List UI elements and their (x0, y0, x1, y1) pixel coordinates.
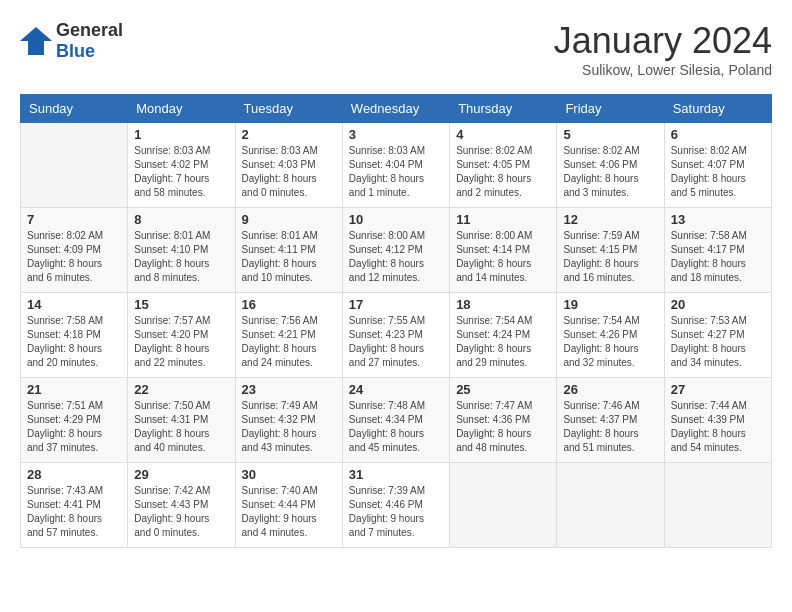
daylight-text: Daylight: 9 hours and 7 minutes. (349, 512, 443, 540)
day-number: 20 (671, 297, 765, 312)
sunrise-text: Sunrise: 8:02 AM (563, 144, 657, 158)
sunset-text: Sunset: 4:02 PM (134, 158, 228, 172)
sunset-text: Sunset: 4:23 PM (349, 328, 443, 342)
weekday-header-friday: Friday (557, 95, 664, 123)
daylight-text: Daylight: 8 hours and 57 minutes. (27, 512, 121, 540)
sunrise-text: Sunrise: 8:01 AM (242, 229, 336, 243)
day-info: Sunrise: 7:50 AMSunset: 4:31 PMDaylight:… (134, 399, 228, 455)
day-number: 18 (456, 297, 550, 312)
day-number: 7 (27, 212, 121, 227)
sunset-text: Sunset: 4:06 PM (563, 158, 657, 172)
sunset-text: Sunset: 4:41 PM (27, 498, 121, 512)
daylight-text: Daylight: 8 hours and 6 minutes. (27, 257, 121, 285)
day-info: Sunrise: 8:02 AMSunset: 4:09 PMDaylight:… (27, 229, 121, 285)
day-info: Sunrise: 7:51 AMSunset: 4:29 PMDaylight:… (27, 399, 121, 455)
day-info: Sunrise: 7:48 AMSunset: 4:34 PMDaylight:… (349, 399, 443, 455)
daylight-text: Daylight: 8 hours and 14 minutes. (456, 257, 550, 285)
daylight-text: Daylight: 7 hours and 58 minutes. (134, 172, 228, 200)
sunrise-text: Sunrise: 8:02 AM (671, 144, 765, 158)
calendar-cell: 8Sunrise: 8:01 AMSunset: 4:10 PMDaylight… (128, 208, 235, 293)
sunrise-text: Sunrise: 8:00 AM (349, 229, 443, 243)
calendar-cell: 25Sunrise: 7:47 AMSunset: 4:36 PMDayligh… (450, 378, 557, 463)
sunset-text: Sunset: 4:37 PM (563, 413, 657, 427)
calendar-cell: 15Sunrise: 7:57 AMSunset: 4:20 PMDayligh… (128, 293, 235, 378)
logo-icon (20, 27, 52, 55)
day-info: Sunrise: 7:59 AMSunset: 4:15 PMDaylight:… (563, 229, 657, 285)
daylight-text: Daylight: 9 hours and 4 minutes. (242, 512, 336, 540)
location-subtitle: Sulikow, Lower Silesia, Poland (554, 62, 772, 78)
calendar-week-row: 14Sunrise: 7:58 AMSunset: 4:18 PMDayligh… (21, 293, 772, 378)
sunset-text: Sunset: 4:10 PM (134, 243, 228, 257)
day-number: 17 (349, 297, 443, 312)
sunrise-text: Sunrise: 8:03 AM (242, 144, 336, 158)
day-number: 1 (134, 127, 228, 142)
weekday-header-saturday: Saturday (664, 95, 771, 123)
calendar-week-row: 28Sunrise: 7:43 AMSunset: 4:41 PMDayligh… (21, 463, 772, 548)
sunset-text: Sunset: 4:46 PM (349, 498, 443, 512)
day-number: 30 (242, 467, 336, 482)
day-number: 8 (134, 212, 228, 227)
day-info: Sunrise: 8:01 AMSunset: 4:10 PMDaylight:… (134, 229, 228, 285)
calendar-cell: 24Sunrise: 7:48 AMSunset: 4:34 PMDayligh… (342, 378, 449, 463)
day-info: Sunrise: 7:44 AMSunset: 4:39 PMDaylight:… (671, 399, 765, 455)
sunrise-text: Sunrise: 7:47 AM (456, 399, 550, 413)
calendar-cell: 12Sunrise: 7:59 AMSunset: 4:15 PMDayligh… (557, 208, 664, 293)
day-number: 14 (27, 297, 121, 312)
daylight-text: Daylight: 9 hours and 0 minutes. (134, 512, 228, 540)
calendar-cell: 9Sunrise: 8:01 AMSunset: 4:11 PMDaylight… (235, 208, 342, 293)
calendar-cell: 7Sunrise: 8:02 AMSunset: 4:09 PMDaylight… (21, 208, 128, 293)
daylight-text: Daylight: 8 hours and 2 minutes. (456, 172, 550, 200)
day-number: 9 (242, 212, 336, 227)
sunrise-text: Sunrise: 8:02 AM (27, 229, 121, 243)
sunset-text: Sunset: 4:24 PM (456, 328, 550, 342)
sunrise-text: Sunrise: 7:58 AM (671, 229, 765, 243)
calendar-cell: 17Sunrise: 7:55 AMSunset: 4:23 PMDayligh… (342, 293, 449, 378)
calendar-cell (21, 123, 128, 208)
calendar-cell: 22Sunrise: 7:50 AMSunset: 4:31 PMDayligh… (128, 378, 235, 463)
daylight-text: Daylight: 8 hours and 18 minutes. (671, 257, 765, 285)
day-info: Sunrise: 8:00 AMSunset: 4:12 PMDaylight:… (349, 229, 443, 285)
sunset-text: Sunset: 4:32 PM (242, 413, 336, 427)
calendar-cell: 26Sunrise: 7:46 AMSunset: 4:37 PMDayligh… (557, 378, 664, 463)
day-info: Sunrise: 7:58 AMSunset: 4:17 PMDaylight:… (671, 229, 765, 285)
calendar-cell: 4Sunrise: 8:02 AMSunset: 4:05 PMDaylight… (450, 123, 557, 208)
sunrise-text: Sunrise: 8:03 AM (349, 144, 443, 158)
sunset-text: Sunset: 4:09 PM (27, 243, 121, 257)
calendar-cell: 2Sunrise: 8:03 AMSunset: 4:03 PMDaylight… (235, 123, 342, 208)
day-number: 13 (671, 212, 765, 227)
daylight-text: Daylight: 8 hours and 43 minutes. (242, 427, 336, 455)
calendar-cell: 21Sunrise: 7:51 AMSunset: 4:29 PMDayligh… (21, 378, 128, 463)
sunrise-text: Sunrise: 7:44 AM (671, 399, 765, 413)
day-number: 24 (349, 382, 443, 397)
sunrise-text: Sunrise: 7:48 AM (349, 399, 443, 413)
sunrise-text: Sunrise: 7:49 AM (242, 399, 336, 413)
calendar-cell: 29Sunrise: 7:42 AMSunset: 4:43 PMDayligh… (128, 463, 235, 548)
day-number: 23 (242, 382, 336, 397)
daylight-text: Daylight: 8 hours and 5 minutes. (671, 172, 765, 200)
daylight-text: Daylight: 8 hours and 37 minutes. (27, 427, 121, 455)
sunset-text: Sunset: 4:07 PM (671, 158, 765, 172)
day-number: 22 (134, 382, 228, 397)
day-number: 29 (134, 467, 228, 482)
weekday-header-wednesday: Wednesday (342, 95, 449, 123)
day-number: 6 (671, 127, 765, 142)
day-info: Sunrise: 7:40 AMSunset: 4:44 PMDaylight:… (242, 484, 336, 540)
sunrise-text: Sunrise: 7:43 AM (27, 484, 121, 498)
daylight-text: Daylight: 8 hours and 3 minutes. (563, 172, 657, 200)
calendar-cell: 3Sunrise: 8:03 AMSunset: 4:04 PMDaylight… (342, 123, 449, 208)
day-info: Sunrise: 7:55 AMSunset: 4:23 PMDaylight:… (349, 314, 443, 370)
calendar-cell: 19Sunrise: 7:54 AMSunset: 4:26 PMDayligh… (557, 293, 664, 378)
day-info: Sunrise: 7:47 AMSunset: 4:36 PMDaylight:… (456, 399, 550, 455)
sunset-text: Sunset: 4:04 PM (349, 158, 443, 172)
day-info: Sunrise: 7:46 AMSunset: 4:37 PMDaylight:… (563, 399, 657, 455)
daylight-text: Daylight: 8 hours and 1 minute. (349, 172, 443, 200)
sunset-text: Sunset: 4:44 PM (242, 498, 336, 512)
calendar-cell (664, 463, 771, 548)
daylight-text: Daylight: 8 hours and 40 minutes. (134, 427, 228, 455)
day-info: Sunrise: 7:53 AMSunset: 4:27 PMDaylight:… (671, 314, 765, 370)
sunset-text: Sunset: 4:27 PM (671, 328, 765, 342)
daylight-text: Daylight: 8 hours and 32 minutes. (563, 342, 657, 370)
calendar-cell: 30Sunrise: 7:40 AMSunset: 4:44 PMDayligh… (235, 463, 342, 548)
day-info: Sunrise: 8:03 AMSunset: 4:03 PMDaylight:… (242, 144, 336, 200)
sunset-text: Sunset: 4:15 PM (563, 243, 657, 257)
